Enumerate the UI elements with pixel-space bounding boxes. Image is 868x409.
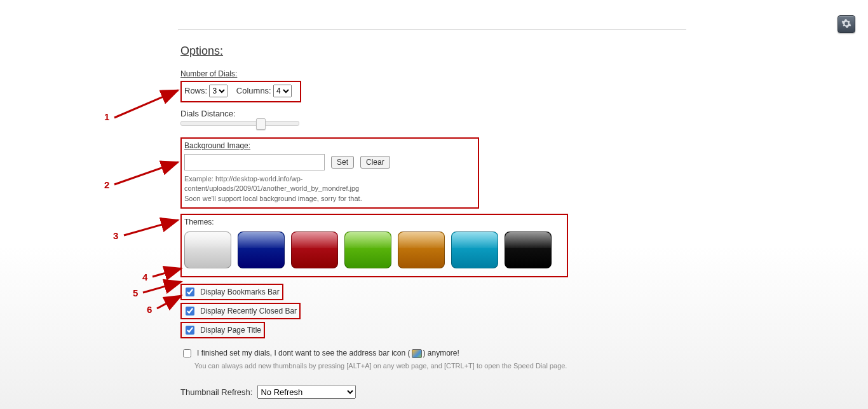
display-page-title-label: Display Page Title: [200, 326, 261, 335]
address-bar-icon: [412, 349, 422, 358]
display-bookmarks-box: Display Bookmarks Bar: [180, 284, 283, 300]
background-image-input[interactable]: [184, 154, 325, 170]
svg-line-3: [153, 268, 181, 277]
display-bookmarks-label: Display Bookmarks Bar: [200, 288, 280, 296]
svg-line-0: [114, 90, 178, 118]
themes-label: Themes:: [184, 218, 562, 226]
gear-icon: [841, 18, 851, 31]
display-recently-closed-label: Display Recently Closed Bar: [200, 307, 297, 315]
columns-label: Columns:: [236, 86, 271, 95]
svg-line-1: [114, 162, 178, 184]
theme-swatch-cyan[interactable]: [451, 232, 498, 268]
theme-swatch-blue[interactable]: [238, 232, 285, 268]
annotation-5: 5: [133, 288, 138, 298]
horizontal-rule: [178, 29, 686, 30]
theme-swatch-orange[interactable]: [398, 232, 445, 268]
theme-swatches: [184, 232, 562, 268]
thumbnail-refresh-label: Thumbnail Refresh:: [180, 387, 252, 397]
theme-swatch-green[interactable]: [344, 232, 391, 268]
finished-row: I finished set my dials, I dont want to …: [180, 347, 702, 359]
columns-select[interactable]: 4: [273, 85, 292, 97]
number-of-dials-box: Rows: 3 Columns: 4: [180, 81, 301, 102]
annotation-6: 6: [147, 304, 152, 315]
display-recently-closed-box: Display Recently Closed Bar: [180, 303, 301, 319]
annotation-1: 1: [104, 111, 109, 122]
finished-checkbox[interactable]: [183, 349, 191, 357]
display-page-title-checkbox[interactable]: [186, 326, 194, 335]
themes-box: Themes:: [180, 214, 568, 277]
dials-distance-label: Dials Distance:: [180, 109, 702, 118]
display-recently-closed-checkbox[interactable]: [186, 307, 194, 315]
thumbnail-refresh-select[interactable]: No Refresh: [257, 385, 356, 399]
display-page-title-box: Display Page Title: [180, 322, 265, 338]
svg-line-4: [143, 282, 181, 293]
number-of-dials-label: Number of Dials:: [180, 69, 702, 78]
slider-handle[interactable]: [256, 118, 266, 130]
svg-line-5: [157, 296, 181, 308]
annotation-3: 3: [113, 230, 118, 241]
theme-swatch-white[interactable]: [184, 232, 231, 268]
clear-button[interactable]: Clear: [360, 156, 390, 169]
svg-line-2: [124, 220, 178, 235]
theme-swatch-black[interactable]: [505, 232, 552, 268]
annotation-4: 4: [142, 272, 147, 282]
set-button[interactable]: Set: [331, 156, 354, 169]
settings-button[interactable]: [837, 15, 855, 33]
finished-label: I finished set my dials, I dont want to …: [197, 349, 459, 358]
background-image-box: Background Image: Set Clear Example: htt…: [180, 137, 479, 209]
page-title: Options:: [180, 45, 702, 58]
theme-swatch-red[interactable]: [291, 232, 338, 268]
dials-distance-slider[interactable]: [180, 121, 299, 126]
finished-note: You can always add new thumbnails by pre…: [194, 362, 702, 370]
background-image-label: Background Image:: [184, 141, 473, 150]
display-bookmarks-checkbox[interactable]: [186, 288, 194, 296]
rows-label: Rows:: [184, 86, 207, 95]
bg-example-note: Example: http://desktop-world.info/wp-co…: [184, 174, 473, 204]
rows-select[interactable]: 3: [209, 85, 227, 97]
annotation-2: 2: [104, 179, 109, 190]
